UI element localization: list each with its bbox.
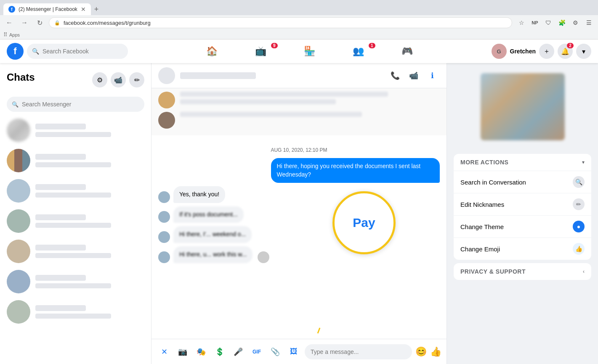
chat-main: 📞 📹 ℹ <box>151 63 447 364</box>
user-avatar[interactable]: G <box>492 44 507 59</box>
chat-info <box>35 275 144 288</box>
settings-icon[interactable]: ⚙ <box>569 17 581 29</box>
messenger-layout: Chats ⚙ 📹 ✏ 🔍 <box>0 63 598 364</box>
contact-name <box>180 72 256 79</box>
chat-avatar <box>7 270 30 293</box>
edit-nicknames-item[interactable]: Edit Nicknames ✏ <box>454 193 591 215</box>
search-icon: 🔍 <box>32 48 39 55</box>
search-icon: 🔍 <box>12 101 19 108</box>
chat-item[interactable] <box>0 206 151 236</box>
chat-info <box>35 305 144 319</box>
reload-button[interactable]: ↻ <box>34 17 45 29</box>
message-bubble: Hi there, u... work this w... <box>173 246 252 263</box>
nav-home[interactable]: 🏠 <box>189 41 236 61</box>
pay-callout-circle: Pay <box>332 191 396 254</box>
nav-marketplace[interactable]: 🏪 <box>286 41 333 61</box>
puzzle-icon[interactable]: 🧩 <box>556 17 568 29</box>
contact-avatar-sm <box>158 231 170 243</box>
add-button[interactable]: ＋ <box>539 44 554 59</box>
settings-button[interactable]: ⚙ <box>92 72 107 87</box>
chat-info <box>35 154 144 167</box>
chat-name <box>35 154 86 160</box>
search-input[interactable] <box>43 48 123 55</box>
pay-callout-text: Pay <box>353 216 375 230</box>
fb-logo[interactable]: f <box>7 43 24 60</box>
video-icon[interactable]: 📹 <box>406 68 421 83</box>
bell-icon: 🔔 <box>561 47 569 55</box>
nav-gaming[interactable]: 🎮 <box>384 41 431 61</box>
star-icon[interactable]: ☆ <box>516 17 527 29</box>
mic-icon[interactable]: 🎤 <box>231 344 246 359</box>
notification-button[interactable]: 🔔 2 <box>558 44 573 59</box>
nav-watch[interactable]: 📺 9 <box>237 41 284 61</box>
info-icon[interactable]: ℹ <box>425 68 440 83</box>
compose-button[interactable]: ✏ <box>129 72 144 87</box>
shield-icon[interactable]: 🛡 <box>542 17 554 29</box>
change-emoji-item[interactable]: Change Emoji 👍 <box>454 237 591 260</box>
video-call-button[interactable]: 📹 <box>111 72 126 87</box>
np-icon[interactable]: NP <box>529 17 541 29</box>
gif-icon[interactable]: GIF <box>249 344 264 359</box>
apps-label: Apps <box>9 32 20 37</box>
reaction-avatar <box>258 251 269 263</box>
chevron-down-button[interactable]: ▾ <box>576 44 591 59</box>
message-input-wrapper[interactable] <box>305 344 412 359</box>
chat-avatar <box>7 240 30 263</box>
back-button[interactable]: ← <box>3 17 15 29</box>
attachment-icon[interactable]: 📎 <box>268 344 283 359</box>
chat-item[interactable] <box>0 266 151 297</box>
payment-icon[interactable]: 💲 <box>212 344 227 359</box>
edit-nicknames-label: Edit Nicknames <box>460 201 504 208</box>
chat-item[interactable] <box>0 236 151 266</box>
messenger-sidebar: Chats ⚙ 📹 ✏ 🔍 <box>0 63 151 364</box>
header-actions: G Gretchen ＋ 🔔 2 ▾ <box>492 44 591 59</box>
message-input[interactable] <box>311 348 406 355</box>
chat-preview <box>35 253 111 258</box>
chat-item[interactable] <box>0 297 151 327</box>
gaming-icon: 🎮 <box>401 46 413 57</box>
chat-item[interactable] <box>0 145 151 176</box>
search-in-conversation-label: Search in Conversation <box>460 179 526 186</box>
tab-close-icon[interactable]: ✕ <box>81 6 86 13</box>
right-panel-profile <box>447 63 598 150</box>
tab-title: (2) Messenger | Facebook <box>19 6 77 12</box>
new-tab-button[interactable]: + <box>93 3 101 16</box>
username-label: Gretchen <box>510 48 536 55</box>
privacy-support-section: PRIVACY & SUPPORT ‹ <box>454 263 591 280</box>
like-icon[interactable]: 👍 <box>430 346 441 357</box>
close-icon[interactable]: ✕ <box>157 344 172 359</box>
camera-icon[interactable]: 📷 <box>175 344 190 359</box>
message-timestamp: AUG 10, 2020, 12:10 PM <box>158 147 440 153</box>
chat-info <box>35 124 144 137</box>
incoming-message-2: If it's poss document... <box>158 206 440 223</box>
menu-icon[interactable]: ☰ <box>583 17 595 29</box>
privacy-support-header[interactable]: PRIVACY & SUPPORT ‹ <box>454 263 591 280</box>
outgoing-message-1: Hi there, hoping you received the docume… <box>158 158 440 183</box>
contact-avatar-sm <box>158 191 170 203</box>
watch-icon: 📺 <box>255 46 266 57</box>
change-theme-item[interactable]: Change Theme ● <box>454 215 591 237</box>
messenger-search-input[interactable] <box>22 101 139 108</box>
chat-avatar <box>7 209 30 233</box>
sidebar-search[interactable]: 🔍 <box>7 97 144 112</box>
image-icon[interactable]: 🖼 <box>286 344 301 359</box>
chat-preview <box>35 193 111 198</box>
chat-list <box>0 115 151 364</box>
chat-item[interactable] <box>0 115 151 145</box>
chat-name <box>35 124 86 129</box>
chat-preview <box>35 132 111 137</box>
chat-item[interactable] <box>0 176 151 206</box>
phone-icon[interactable]: 📞 <box>388 68 403 83</box>
chevron-left-icon: ‹ <box>583 269 585 274</box>
address-bar[interactable]: 🔒 facebook.com/messages/t/grunburg <box>49 17 512 28</box>
fb-favicon: f <box>8 6 15 13</box>
nav-friends[interactable]: 👥 1 <box>335 41 382 61</box>
forward-button[interactable]: → <box>19 17 30 29</box>
browser-tab[interactable]: f (2) Messenger | Facebook ✕ <box>3 3 91 15</box>
emoji-icon[interactable]: 😊 <box>415 346 427 357</box>
chat-preview <box>35 283 111 288</box>
fb-search-bar[interactable]: 🔍 <box>27 44 128 59</box>
more-actions-header[interactable]: MORE ACTIONS ▾ <box>454 154 591 171</box>
gif-sticker-icon[interactable]: 🎭 <box>194 344 209 359</box>
search-in-conversation-item[interactable]: Search in Conversation 🔍 <box>454 171 591 193</box>
